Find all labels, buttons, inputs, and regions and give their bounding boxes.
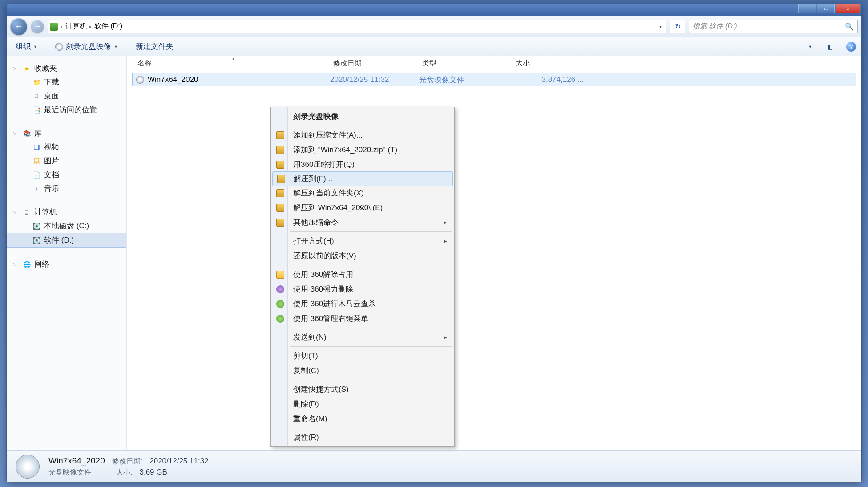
document-icon: 📄 [32, 171, 40, 179]
yel-icon [276, 271, 284, 279]
menu-item-label: 添加到压缩文件(A)... [293, 130, 363, 140]
chevron-down-icon: ▼ [33, 45, 37, 49]
context-menu-item[interactable]: 使用 360强力删除 [272, 282, 453, 296]
context-menu-item[interactable]: 使用 360进行木马云查杀 [272, 296, 453, 311]
burn-image-button[interactable]: 刻录光盘映像 ▼ [52, 40, 121, 53]
column-type[interactable]: 类型 [419, 59, 512, 68]
context-menu-item[interactable]: 剪切(T) [272, 349, 453, 363]
refresh-icon: ↻ [675, 22, 681, 31]
file-row-selected[interactable]: Win7x64_2020 2020/12/25 11:32 光盘映像文件 3,8… [132, 73, 856, 86]
disc-icon [55, 43, 63, 51]
close-button[interactable]: ✕ [836, 4, 860, 13]
search-input[interactable]: 搜索 软件 (D:) 🔍 [689, 20, 858, 33]
column-name[interactable]: 名称 [134, 59, 330, 68]
context-menu-item[interactable]: 属性(R) [272, 430, 453, 445]
context-menu-item[interactable]: 解压到(F)... [272, 171, 453, 186]
menu-item-label: 解压到(F)... [294, 174, 332, 184]
sidebar-item-drive-c[interactable]: 💽 本地磁盘 (C:) [7, 219, 126, 233]
view-menu[interactable]: ≣ ▼ [802, 42, 813, 52]
help-button[interactable]: ? [846, 42, 856, 52]
file-name: Win7x64_2020 [148, 75, 198, 84]
breadcrumb-part[interactable]: 计算机 [65, 22, 87, 31]
sidebar-favorites-header[interactable]: ★ 收藏夹 [7, 61, 126, 75]
titlebar: — ▭ ✕ [7, 4, 861, 16]
breadcrumb[interactable]: ▸ 计算机 ▸ 软件 (D:) ▾ [48, 20, 666, 33]
sidebar-item-drive-d[interactable]: 💽 软件 (D:) [7, 233, 126, 248]
picture-icon: 🖼 [32, 157, 40, 165]
menu-item-label: 添加到 "Win7x64_2020.zip" (T) [293, 145, 397, 155]
context-menu-item[interactable]: 复制(C) [272, 363, 453, 378]
purp-icon [276, 285, 284, 293]
context-menu-item[interactable]: 打开方式(H)▶ [272, 234, 453, 248]
navigation-sidebar: ★ 收藏夹 📁 下载 🖥 桌面 📑 最近访问的位置 📚 [7, 56, 127, 450]
chevron-down-icon[interactable]: ▾ [659, 24, 664, 29]
context-menu-item[interactable]: 还原以前的版本(V) [272, 248, 453, 263]
context-menu-item[interactable]: 解压到 Win7x64_2020\ (E) [272, 200, 453, 215]
context-menu: 刻录光盘映像添加到压缩文件(A)...添加到 "Win7x64_2020.zip… [270, 107, 455, 447]
sidebar-libraries-header[interactable]: 📚 库 [7, 126, 126, 140]
sidebar-network-header[interactable]: 🌐 网络 [7, 257, 126, 271]
minimize-button[interactable]: — [798, 4, 816, 13]
disk-icon: 💽 [32, 222, 40, 230]
menu-item-label: 其他压缩命令 [293, 217, 339, 227]
preview-pane-button[interactable]: ◧ [824, 42, 836, 52]
status-size-value: 3.69 GB [139, 468, 167, 477]
sidebar-item-desktop[interactable]: 🖥 桌面 [7, 89, 126, 103]
library-icon: 📚 [23, 130, 31, 138]
column-date[interactable]: 修改日期 [330, 59, 419, 68]
sidebar-item-pictures[interactable]: 🖼 图片 [7, 154, 126, 168]
context-menu-item[interactable]: 添加到压缩文件(A)... [272, 128, 453, 142]
sidebar-item-documents[interactable]: 📄 文档 [7, 168, 126, 182]
menu-item-label: 使用 360管理右键菜单 [293, 313, 368, 324]
breadcrumb-part[interactable]: 软件 (D:) [94, 22, 122, 31]
context-menu-item[interactable]: 刻录光盘映像 [272, 109, 453, 124]
file-type: 光盘映像文件 [419, 75, 513, 85]
back-button[interactable]: ← [10, 18, 27, 35]
menu-item-label: 解压到当前文件夹(X) [293, 188, 364, 198]
context-menu-item[interactable]: 添加到 "Win7x64_2020.zip" (T) [272, 142, 453, 157]
new-folder-button[interactable]: 新建文件夹 [132, 40, 177, 53]
file-list[interactable]: Win7x64_2020 2020/12/25 11:32 光盘映像文件 3,8… [127, 71, 861, 450]
arrow-right-icon: → [33, 22, 41, 31]
menu-item-label: 还原以前的版本(V) [293, 251, 356, 261]
menu-item-label: 使用 360进行木马云查杀 [293, 299, 376, 309]
sidebar-item-music[interactable]: ♪ 音乐 [7, 182, 126, 195]
context-menu-item[interactable]: 使用 360管理右键菜单 [272, 311, 453, 326]
iso-file-icon [136, 76, 144, 84]
context-menu-item[interactable]: 创建快捷方式(S) [272, 382, 453, 397]
sidebar-item-downloads[interactable]: 📁 下载 [7, 75, 126, 89]
arch-icon [276, 189, 284, 197]
column-size[interactable]: 大小 [512, 59, 588, 68]
menu-item-label: 使用 360强力删除 [293, 284, 353, 294]
search-placeholder: 搜索 软件 (D:) [693, 22, 737, 31]
context-menu-item[interactable]: 解压到当前文件夹(X) [272, 186, 453, 200]
menu-item-label: 属性(R) [293, 432, 319, 442]
menu-item-label: 使用 360解除占用 [293, 269, 353, 280]
maximize-button[interactable]: ▭ [817, 4, 835, 13]
context-menu-item[interactable]: 用360压缩打开(Q) [272, 157, 453, 172]
menu-item-label: 发送到(N) [293, 332, 327, 342]
recent-icon: 📑 [32, 106, 40, 114]
sidebar-item-recent[interactable]: 📑 最近访问的位置 [7, 103, 126, 117]
folder-icon: 📁 [32, 78, 40, 86]
desktop-icon: 🖥 [32, 92, 40, 100]
video-icon: 🎞 [32, 143, 40, 151]
refresh-button[interactable]: ↻ [670, 20, 685, 33]
sidebar-computer-header[interactable]: 🖥 计算机 [7, 205, 126, 219]
menu-item-label: 创建快捷方式(S) [293, 384, 349, 394]
network-icon: 🌐 [23, 260, 31, 268]
context-menu-item[interactable]: 使用 360解除占用 [272, 267, 453, 282]
forward-button[interactable]: → [31, 20, 44, 33]
menu-item-label: 打开方式(H) [293, 236, 334, 246]
context-menu-item[interactable]: 发送到(N)▶ [272, 330, 453, 345]
organize-menu[interactable]: 组织 ▼ [12, 40, 41, 53]
context-menu-item[interactable]: 删除(D) [272, 397, 453, 411]
column-headers: 名称 修改日期 类型 大小 [127, 56, 861, 71]
file-thumbnail-icon [16, 455, 40, 479]
star-icon: ★ [23, 65, 31, 73]
context-menu-item[interactable]: 重命名(M) [272, 411, 453, 426]
sidebar-item-videos[interactable]: 🎞 视频 [7, 140, 126, 154]
context-menu-item[interactable]: 其他压缩命令▶ [272, 215, 453, 230]
arrow-left-icon: ← [15, 22, 23, 31]
file-date: 2020/12/25 11:32 [330, 75, 419, 84]
